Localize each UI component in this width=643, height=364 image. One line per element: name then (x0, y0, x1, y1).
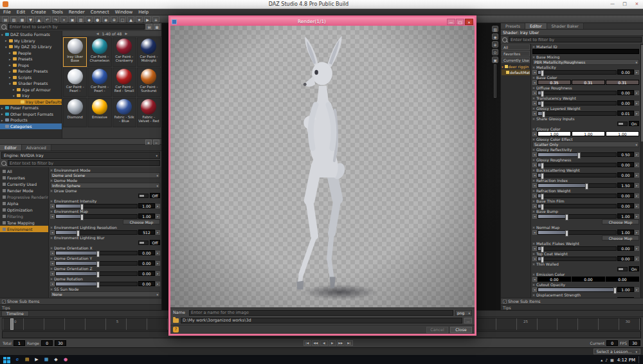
slider-increment-button[interactable] (156, 204, 160, 208)
shader-preset-thumbnail[interactable]: Fabric - Velvet - Red (137, 98, 161, 127)
lock-icon[interactable] (50, 179, 53, 182)
lock-icon[interactable] (50, 237, 53, 239)
lock-icon[interactable] (532, 273, 535, 276)
copy-icon[interactable]: ▣ (69, 16, 76, 23)
current-frame-field[interactable]: 0 (606, 340, 618, 346)
slider-increment-button[interactable] (635, 70, 639, 75)
lock-icon[interactable] (532, 128, 535, 131)
property-dropdown[interactable]: Scatter Only (532, 141, 639, 147)
slider-increment-button[interactable] (156, 251, 160, 255)
slider-value[interactable]: 0.00 (138, 250, 155, 255)
lock-icon[interactable] (532, 56, 535, 59)
save-path-input[interactable] (181, 318, 462, 323)
slider-decrement-button[interactable] (532, 91, 537, 95)
help-button[interactable]: ? (173, 327, 179, 332)
lock-icon[interactable] (50, 257, 53, 260)
slider-track[interactable] (538, 246, 617, 251)
lock-icon[interactable] (50, 278, 53, 280)
slider-decrement-button[interactable] (532, 214, 537, 219)
slider-decrement-button[interactable] (532, 173, 537, 177)
lock-icon[interactable] (532, 87, 535, 89)
tree-item[interactable]: ▸ Other Import Formats (0, 111, 62, 118)
slider-track[interactable] (538, 91, 617, 95)
settings-category[interactable]: Favorites (0, 174, 48, 181)
choose-map-button[interactable]: Choose Map (602, 219, 639, 224)
color-value-b[interactable]: 0.31 (606, 80, 639, 85)
settings-category[interactable]: All (0, 168, 48, 174)
viewport-frame-icon[interactable]: ▣ (492, 57, 498, 63)
volume-icon[interactable]: ♪ (605, 358, 608, 362)
slider-decrement-button[interactable] (532, 163, 537, 167)
surfaces-filter-input[interactable] (509, 37, 642, 42)
lock-icon[interactable] (532, 294, 535, 296)
library-search-input[interactable] (8, 24, 145, 30)
slider-value[interactable]: 1.00 (617, 287, 634, 292)
render-name-input[interactable] (189, 310, 453, 316)
slider-value[interactable]: 1.00 (138, 214, 155, 219)
fps-field[interactable]: 30 (629, 340, 640, 346)
shader-preset-thumbnail[interactable]: Iray Uber Base (63, 37, 87, 67)
shader-preset-thumbnail[interactable]: Car Paint - Pearl - White (63, 68, 87, 97)
render-dialog-titlebar[interactable]: Render(1/1) —□× (170, 17, 475, 26)
rotate-tool-icon[interactable]: ◉ (102, 16, 109, 23)
slider-increment-button[interactable] (635, 204, 639, 208)
lock-icon[interactable] (532, 107, 535, 110)
undo-icon[interactable]: ↶ (44, 16, 51, 23)
slider-decrement-button[interactable] (50, 251, 55, 255)
property-dropdown[interactable]: None (50, 291, 160, 296)
slider-track[interactable] (538, 230, 617, 235)
active-pose-tool-icon[interactable]: ▲ (127, 16, 134, 23)
show-desktop-button[interactable] (638, 356, 640, 363)
minimize-button[interactable]: — (606, 0, 619, 8)
tab[interactable]: Shader Baker (547, 23, 584, 29)
toggle-switch[interactable] (138, 194, 149, 198)
lock-icon[interactable] (532, 77, 535, 79)
timeline-tab[interactable]: Timeline (1, 311, 29, 316)
render-settings-icon[interactable]: ≡ (152, 16, 159, 23)
tree-item[interactable]: ▸ People (0, 50, 62, 57)
slider-track[interactable] (538, 111, 617, 116)
slider-track[interactable] (538, 183, 617, 188)
lock-icon[interactable] (50, 226, 53, 229)
lock-icon[interactable] (50, 200, 53, 203)
color-value-g[interactable]: 1.00 (572, 131, 605, 136)
slider-value[interactable]: 0.00 (617, 256, 634, 261)
slider-decrement-button[interactable] (532, 246, 537, 251)
slider-increment-button[interactable] (635, 173, 639, 177)
slider-decrement-button[interactable] (532, 101, 537, 105)
slider-increment-button[interactable] (156, 282, 160, 286)
export-icon[interactable]: ▲ (35, 16, 42, 23)
page-previous-icon[interactable]: ◀ (96, 32, 99, 35)
menu-item[interactable]: File (3, 10, 11, 15)
property-toggle[interactable]: On (532, 121, 639, 126)
maximize-button[interactable]: □ (619, 0, 631, 8)
slider-value[interactable]: 0.50 (617, 152, 634, 157)
slider-decrement-button[interactable] (532, 230, 537, 235)
close-button[interactable]: Close (450, 327, 472, 333)
slider-track[interactable] (55, 261, 138, 266)
tree-item[interactable]: ▸ Render Presets (0, 68, 62, 75)
page-next-icon[interactable]: ▶ (125, 32, 127, 35)
settings-category[interactable]: Currently Used (0, 181, 48, 187)
shader-preset-thumbnail[interactable]: Car Paint - Sunburst (137, 68, 161, 97)
property-color[interactable]: 0.00 0.00 0.00 (532, 277, 639, 282)
lock-icon[interactable] (532, 284, 535, 286)
slider-decrement-button[interactable] (532, 111, 537, 116)
show-sub-items-checkbox[interactable] (2, 300, 6, 304)
slider-value[interactable]: 0.00 (138, 281, 155, 286)
viewport-camera-icon[interactable]: ▧ (492, 26, 498, 32)
surface-tree-material[interactable]: defaultMat (502, 69, 530, 75)
go-to-end-button[interactable]: ▶| (345, 340, 353, 346)
color-value-b[interactable]: 1.00 (606, 131, 639, 136)
slider-value[interactable]: 0.00 (138, 271, 155, 276)
slider-increment-button[interactable] (635, 214, 639, 219)
tree-item[interactable]: ▾ Iray (0, 93, 62, 99)
viewport-dolly-icon[interactable]: ⊙ (492, 49, 498, 55)
slider-value[interactable]: 1.00 (617, 214, 634, 219)
property-color[interactable]: 0.35 0.31 0.31 (532, 80, 639, 85)
quick-filter-item[interactable]: Favorites (502, 51, 530, 57)
property-toggle[interactable]: Off (50, 240, 160, 245)
color-value-r[interactable]: 0.00 (538, 277, 571, 282)
slider-track[interactable] (538, 214, 617, 219)
lock-icon[interactable] (532, 226, 535, 229)
